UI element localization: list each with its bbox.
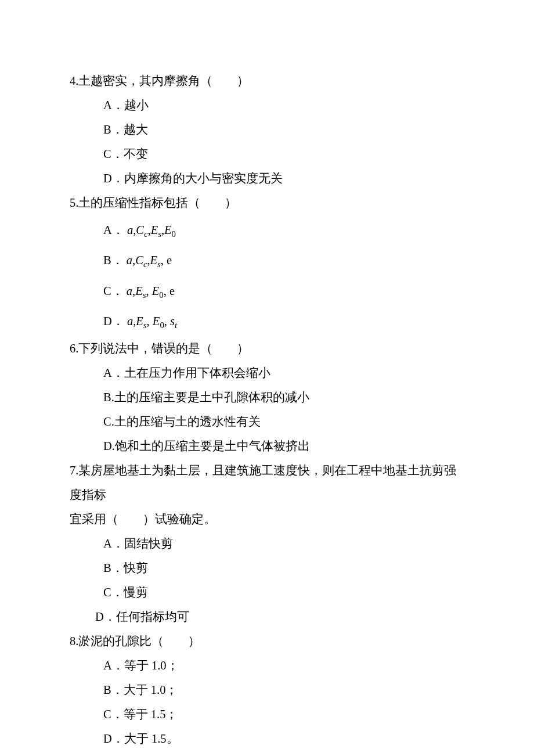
- q5-option-b: B． a,Cc,Es, e: [70, 245, 464, 275]
- q5-a-formula: a,Cc,Es,E0: [127, 224, 176, 236]
- q6-option-c: C.土的压缩与土的透水性有关: [70, 409, 464, 434]
- q4-option-b: B．越大: [70, 117, 464, 142]
- q4-stem: 4.土越密实，其内摩擦角（ ）: [70, 69, 464, 93]
- q7-option-b: B．快剪: [70, 556, 464, 580]
- q7-option-c: C．慢剪: [70, 580, 464, 604]
- q6-option-d: D.饱和土的压缩主要是土中气体被挤出: [70, 434, 464, 458]
- q5-stem: 5.土的压缩性指标包括（ ）: [70, 190, 464, 215]
- q5-option-a: A． a,Cc,Es,E0: [70, 215, 464, 245]
- q4-option-a: A．越小: [70, 93, 464, 117]
- q9-stem: 9.土的压缩系数 a 越大，表示（ ）: [70, 751, 464, 756]
- q8-option-b: B．大于 1.0；: [70, 678, 464, 702]
- q5-b-formula: a,Cc,Es, e: [127, 254, 172, 267]
- q7-stem-line2: 宜采用（ ）试验确定。: [70, 507, 464, 531]
- q5-a-prefix: A．: [103, 224, 124, 236]
- q6-option-a: A．土在压力作用下体积会缩小: [70, 361, 464, 385]
- q7-stem-line1: 7.某房屋地基土为黏土层，且建筑施工速度快，则在工程中地基土抗剪强度指标: [70, 458, 464, 507]
- q5-d-formula: a,Es, E0, st: [127, 315, 177, 327]
- q6-stem: 6.下列说法中，错误的是（ ）: [70, 336, 464, 361]
- page-container: 4.土越密实，其内摩擦角（ ） A．越小 B．越大 C．不变 D．内摩擦角的大小…: [0, 0, 534, 756]
- q5-c-formula: a,Es, E0, e: [127, 285, 175, 297]
- q6-option-b: B.土的压缩主要是土中孔隙体积的减小: [70, 385, 464, 409]
- q8-stem: 8.淤泥的孔隙比（ ）: [70, 629, 464, 653]
- q7-option-d: D．任何指标均可: [70, 604, 464, 629]
- q5-b-prefix: B．: [103, 254, 124, 267]
- q7-option-a: A．固结快剪: [70, 531, 464, 556]
- q5-d-prefix: D．: [103, 315, 124, 327]
- q5-c-prefix: C．: [103, 285, 124, 297]
- q8-option-d: D．大于 1.5。: [70, 726, 464, 751]
- q5-option-d: D． a,Es, E0, st: [70, 306, 464, 336]
- q8-option-a: A．等于 1.0；: [70, 653, 464, 678]
- q8-option-c: C．等于 1.5；: [70, 702, 464, 726]
- q4-option-c: C．不变: [70, 142, 464, 166]
- q4-option-d: D．内摩擦角的大小与密实度无关: [70, 166, 464, 190]
- q5-option-c: C． a,Es, E0, e: [70, 276, 464, 306]
